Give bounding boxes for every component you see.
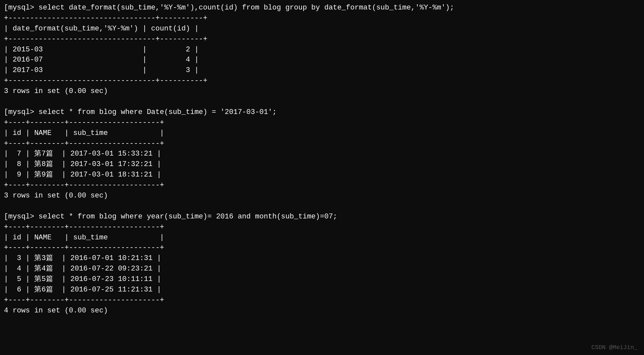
terminal-line-13: +----+--------+---------------------+ [4,140,164,148]
terminal-line-2: | date_format(sub_time,'%Y-%m') | count(… [4,25,199,33]
terminal-line-27: | 6 | 第6篇 | 2016-07-25 11:21:31 | [4,286,161,294]
terminal-line-14: | 7 | 第7篇 | 2017-03-01 15:33:21 | [4,150,161,158]
terminal-line-17: +----+--------+---------------------+ [4,181,164,189]
terminal-line-29: 4 rows in set (0.00 sec) [4,307,108,315]
terminal-line-1: +----------------------------------+----… [4,14,208,22]
terminal-line-16: | 9 | 第9篇 | 2017-03-01 18:31:21 | [4,171,161,179]
terminal-line-15: | 8 | 第8篇 | 2017-03-01 17:32:21 | [4,160,161,168]
terminal-line-7: +----------------------------------+----… [4,77,208,85]
terminal-output: [mysql> select date_format(sub_time,'%Y-… [4,3,640,316]
terminal-line-11: +----+--------+---------------------+ [4,119,164,127]
terminal-line-6: | 2017-03 | 3 | [4,66,199,74]
terminal-line-10: [mysql> select * from blog where Date(su… [4,108,277,116]
terminal-line-8: 3 rows in set (0.00 sec) [4,87,108,95]
terminal-line-28: +----+--------+---------------------+ [4,296,164,304]
terminal-line-3: +----------------------------------+----… [4,35,208,43]
terminal-line-24: | 3 | 第3篇 | 2016-07-01 10:21:31 | [4,254,161,262]
terminal-line-26: | 5 | 第5篇 | 2016-07-23 10:11:11 | [4,275,161,283]
terminal-line-20: [mysql> select * from blog where year(su… [4,213,337,221]
watermark: CSDN @MeiJin_ [592,343,637,352]
terminal-line-18: 3 rows in set (0.00 sec) [4,192,108,200]
terminal-line-0: [mysql> select date_format(sub_time,'%Y-… [4,4,454,12]
terminal-line-5: | 2016-07 | 4 | [4,56,199,64]
terminal-line-12: | id | NAME | sub_time | [4,129,164,137]
terminal-line-21: +----+--------+---------------------+ [4,223,164,231]
terminal-line-23: +----+--------+---------------------+ [4,244,164,252]
terminal-line-25: | 4 | 第4篇 | 2016-07-22 09:23:21 | [4,265,161,273]
terminal-line-22: | id | NAME | sub_time | [4,234,164,242]
terminal-line-4: | 2015-03 | 2 | [4,46,199,54]
